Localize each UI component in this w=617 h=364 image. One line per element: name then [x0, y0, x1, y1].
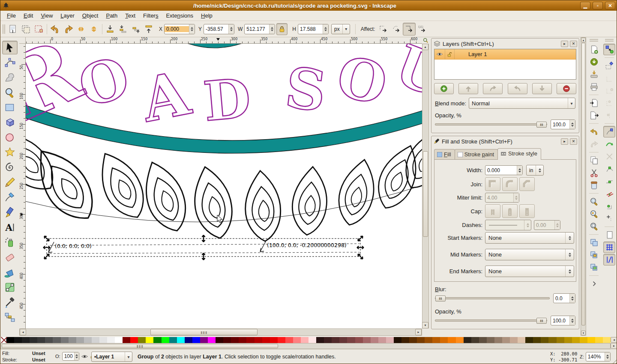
flip-vertical-button[interactable]	[87, 23, 100, 36]
palette-swatch[interactable]	[316, 337, 324, 343]
tool-calligraphy[interactable]	[2, 206, 18, 219]
zoom-corner-button[interactable]	[422, 37, 429, 44]
y-field[interactable]: -358.57	[204, 24, 234, 34]
delete-layer-button[interactable]	[557, 83, 576, 94]
menu-view[interactable]: View	[37, 11, 57, 20]
lower-layer-button[interactable]	[508, 83, 527, 94]
palette-swatch[interactable]	[417, 337, 425, 343]
menu-filters[interactable]: Filters	[139, 11, 162, 20]
palette-left-button[interactable]: ◂	[611, 337, 617, 343]
canvas-horizontal-scrollbar[interactable]: ◂ ▮▮▮ ▸	[19, 328, 422, 336]
palette-swatch[interactable]	[138, 337, 146, 343]
palette-swatch[interactable]	[6, 337, 14, 343]
lower-to-bottom-button[interactable]	[104, 23, 117, 36]
snap-smooth-nodes-button[interactable]	[603, 176, 615, 187]
palette-swatch[interactable]	[153, 337, 161, 343]
affect-move-clones-button[interactable]	[416, 23, 428, 36]
miter-limit-spinbox[interactable]: 4.00	[485, 193, 519, 203]
stroke-unit-dropdown[interactable]: in	[526, 165, 544, 176]
palette-swatch[interactable]	[200, 337, 208, 343]
palette-swatch[interactable]	[293, 337, 301, 343]
tool-gradient[interactable]	[2, 280, 18, 294]
layer-lock-icon[interactable]	[447, 51, 452, 57]
tool-connector[interactable]	[2, 310, 18, 324]
palette-swatch[interactable]	[564, 337, 572, 343]
palette-swatch[interactable]	[185, 337, 192, 343]
zoom-spinbox[interactable]: 140%	[586, 352, 611, 361]
snap-page-border-button[interactable]	[603, 229, 615, 241]
tool-pen[interactable]	[2, 191, 18, 204]
tool-star[interactable]	[2, 146, 18, 159]
palette-swatch[interactable]	[270, 337, 278, 343]
maximize-button[interactable]: ▫	[593, 2, 603, 9]
palette-swatch[interactable]	[216, 337, 223, 343]
palette-swatch[interactable]	[548, 337, 556, 343]
palette-swatch[interactable]	[92, 337, 99, 343]
y-field-spinner[interactable]	[228, 24, 234, 34]
palette-swatch[interactable]	[533, 337, 541, 343]
palette-swatch[interactable]	[371, 337, 378, 343]
snap-object-centers-button[interactable]	[603, 200, 615, 212]
palette-swatch[interactable]	[401, 337, 409, 343]
palette-swatch[interactable]	[76, 337, 84, 343]
palette-swatch[interactable]	[239, 337, 246, 343]
tool-text[interactable]: A	[2, 221, 18, 234]
palette-swatch-none[interactable]	[0, 337, 6, 343]
tool-zoom[interactable]	[2, 86, 18, 99]
lower-button[interactable]	[117, 23, 130, 36]
palette-swatch[interactable]	[115, 337, 123, 343]
snap-cusp-nodes-button[interactable]	[603, 163, 615, 175]
toolbar-grip[interactable]	[605, 39, 614, 42]
menu-edit[interactable]: Edit	[20, 11, 37, 20]
affect-move-gradients-button[interactable]	[403, 23, 416, 36]
object-opacity-spinbox[interactable]: 100	[62, 352, 79, 361]
vertical-ruler[interactable]: 50100150200250300350400450	[19, 44, 26, 328]
zoom-page-button[interactable]	[588, 221, 600, 232]
palette-swatch[interactable]	[61, 337, 69, 343]
w-field-spinner[interactable]	[269, 24, 275, 34]
palette-swatch[interactable]	[278, 337, 285, 343]
menu-path[interactable]: Path	[102, 11, 121, 20]
palette-swatch[interactable]	[363, 337, 371, 343]
palette-swatch[interactable]	[432, 337, 440, 343]
tool-node-editor[interactable]	[2, 56, 18, 69]
tool-tweak[interactable]	[2, 71, 18, 84]
x-field-spinner[interactable]	[189, 24, 195, 34]
scroll-left-button[interactable]: ◂	[20, 329, 26, 335]
palette-swatch[interactable]	[246, 337, 254, 343]
palette-swatch[interactable]	[332, 337, 339, 343]
snap-bbox-corners-button[interactable]	[603, 85, 615, 96]
tool-eraser[interactable]	[2, 251, 18, 264]
open-document-button[interactable]	[588, 56, 600, 68]
palette-swatch[interactable]	[541, 337, 548, 343]
more-chevron-button[interactable]	[588, 278, 600, 289]
snap-guides-button[interactable]	[603, 254, 615, 266]
toolbar-grip[interactable]	[590, 39, 598, 42]
add-layer-button[interactable]	[434, 83, 454, 94]
tool-ellipse[interactable]	[2, 131, 18, 144]
horizontal-scroll-thumb[interactable]: ▮▮▮	[150, 329, 258, 335]
cap-round-button[interactable]	[502, 204, 518, 218]
palette-swatch[interactable]	[471, 337, 479, 343]
dock-scroll-up[interactable]: ▴	[581, 38, 586, 42]
palette-swatch[interactable]	[262, 337, 270, 343]
w-field[interactable]: 512.177	[244, 24, 275, 34]
palette-swatch[interactable]	[301, 337, 308, 343]
duplicate-button[interactable]	[588, 237, 600, 248]
palette-swatch[interactable]	[510, 337, 518, 343]
layer-visibility-icon[interactable]	[436, 51, 443, 57]
blur-slider[interactable]: ▮▮	[435, 297, 550, 299]
palette-swatch[interactable]	[448, 337, 455, 343]
copy-button[interactable]	[588, 155, 600, 166]
palette-swatch[interactable]	[595, 337, 603, 343]
blur-spinbox[interactable]: 0.0	[553, 293, 575, 303]
snap-bbox-edges-button[interactable]	[603, 72, 615, 84]
scroll-up-button[interactable]: ▴	[422, 44, 428, 50]
join-bevel-button[interactable]	[519, 177, 535, 191]
canvas[interactable]: ROADSOU(0.0; 0.0; 0.0)(100.0; 0.0; -0.20…	[26, 44, 422, 328]
palette-swatch[interactable]	[45, 337, 53, 343]
palette-swatch[interactable]	[355, 337, 363, 343]
raise-layer-to-top-button[interactable]	[458, 83, 478, 94]
slider-thumb[interactable]: ▮▮	[536, 318, 547, 324]
palette-swatch[interactable]	[557, 337, 564, 343]
